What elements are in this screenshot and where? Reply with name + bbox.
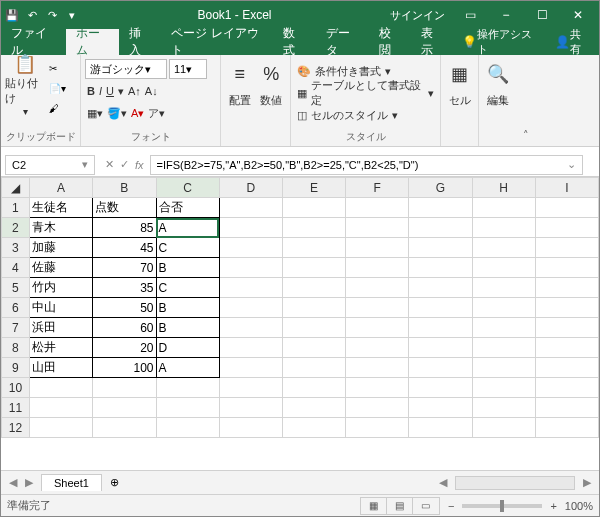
italic-button[interactable]: I (99, 85, 102, 97)
cell[interactable] (535, 238, 598, 258)
cell[interactable] (535, 398, 598, 418)
tab-formula[interactable]: 数式 (273, 29, 315, 55)
font-name-select[interactable]: 游ゴシック ▾ (85, 59, 167, 79)
cell[interactable] (472, 358, 535, 378)
select-all[interactable]: ◢ (2, 178, 30, 198)
cell[interactable] (346, 198, 409, 218)
tab-insert[interactable]: 挿入 (119, 29, 161, 55)
cell[interactable]: 中山 (29, 298, 92, 318)
cell[interactable] (409, 218, 472, 238)
cell[interactable] (346, 418, 409, 438)
spreadsheet-grid[interactable]: ◢ A B C D E F G H I 1生徒名点数合否 2青木85A 3加藤4… (1, 177, 599, 470)
row-header[interactable]: 1 (2, 198, 30, 218)
cell[interactable] (409, 318, 472, 338)
expand-formula-icon[interactable]: ⌄ (567, 158, 576, 171)
cell[interactable]: 100 (93, 358, 156, 378)
ribbon-options-icon[interactable]: ▭ (453, 4, 487, 26)
cell[interactable] (535, 318, 598, 338)
cell[interactable] (472, 338, 535, 358)
enter-formula-icon[interactable]: ✓ (120, 158, 129, 171)
cell[interactable]: 山田 (29, 358, 92, 378)
customize-qa-icon[interactable]: ▾ (65, 8, 79, 22)
font-decrease-button[interactable]: A↓ (145, 85, 158, 97)
cell[interactable] (282, 398, 345, 418)
underline-button[interactable]: U (106, 85, 114, 97)
close-icon[interactable]: ✕ (561, 4, 595, 26)
cell[interactable]: 加藤 (29, 238, 92, 258)
cell-selected[interactable]: A (156, 218, 219, 238)
cell[interactable]: C (156, 278, 219, 298)
row-header[interactable]: 12 (2, 418, 30, 438)
cell[interactable] (472, 398, 535, 418)
cell[interactable] (535, 418, 598, 438)
cell[interactable] (219, 198, 282, 218)
view-normal-icon[interactable]: ▦ (361, 498, 387, 514)
cell[interactable] (346, 398, 409, 418)
zoom-level[interactable]: 100% (565, 500, 593, 512)
fill-color-button[interactable]: 🪣▾ (107, 107, 127, 120)
number-button[interactable]: %数値 (257, 57, 287, 117)
cell[interactable] (346, 378, 409, 398)
row-header[interactable]: 4 (2, 258, 30, 278)
cell[interactable] (282, 378, 345, 398)
hscrollbar[interactable] (455, 476, 575, 490)
cell[interactable] (93, 418, 156, 438)
hscroll-left-icon[interactable]: ◀ (439, 476, 447, 489)
cell[interactable] (346, 238, 409, 258)
cell[interactable]: 青木 (29, 218, 92, 238)
row-header[interactable]: 7 (2, 318, 30, 338)
cell[interactable]: 45 (93, 238, 156, 258)
cell[interactable] (156, 418, 219, 438)
view-pagelayout-icon[interactable]: ▤ (387, 498, 413, 514)
cell[interactable] (535, 298, 598, 318)
cell[interactable] (219, 378, 282, 398)
col-header[interactable]: G (409, 178, 472, 198)
sheet-tab[interactable]: Sheet1 (41, 474, 102, 491)
tab-data[interactable]: データ (316, 29, 369, 55)
font-color-button[interactable]: A▾ (131, 107, 144, 120)
fx-icon[interactable]: fx (135, 159, 144, 171)
col-header[interactable]: A (29, 178, 92, 198)
cell[interactable] (472, 198, 535, 218)
row-header[interactable]: 11 (2, 398, 30, 418)
cell[interactable] (282, 298, 345, 318)
cell[interactable] (346, 218, 409, 238)
cell[interactable] (219, 358, 282, 378)
cell[interactable]: 70 (93, 258, 156, 278)
cell[interactable] (535, 258, 598, 278)
cell[interactable] (409, 298, 472, 318)
cell[interactable] (282, 198, 345, 218)
cell[interactable] (282, 278, 345, 298)
row-header[interactable]: 6 (2, 298, 30, 318)
signin-label[interactable]: サインイン (390, 8, 445, 23)
col-header[interactable]: H (472, 178, 535, 198)
cell[interactable] (472, 378, 535, 398)
cell[interactable]: 松井 (29, 338, 92, 358)
row-header[interactable]: 3 (2, 238, 30, 258)
collapse-ribbon-icon[interactable]: ˄ (517, 55, 535, 146)
cell[interactable] (219, 418, 282, 438)
cell[interactable] (535, 278, 598, 298)
phonetic-button[interactable]: ア▾ (148, 106, 165, 121)
cell[interactable] (219, 318, 282, 338)
hscroll-right-icon[interactable]: ▶ (583, 476, 591, 489)
cell[interactable]: A (156, 358, 219, 378)
cell[interactable] (29, 418, 92, 438)
row-header[interactable]: 5 (2, 278, 30, 298)
cell[interactable]: B (156, 298, 219, 318)
cell[interactable] (282, 238, 345, 258)
cell[interactable] (346, 358, 409, 378)
cell[interactable]: B (156, 318, 219, 338)
cell[interactable] (219, 398, 282, 418)
cell[interactable]: 浜田 (29, 318, 92, 338)
share-button[interactable]: 👤 共有 (545, 29, 599, 55)
edit-button[interactable]: 🔍編集 (483, 57, 513, 117)
cell[interactable] (219, 258, 282, 278)
col-header[interactable]: E (282, 178, 345, 198)
cell[interactable] (409, 198, 472, 218)
cell[interactable]: 50 (93, 298, 156, 318)
cell[interactable] (156, 398, 219, 418)
cell[interactable] (219, 298, 282, 318)
cell-styles-button[interactable]: ◫ セルのスタイル ▾ (295, 105, 436, 125)
cell[interactable] (472, 418, 535, 438)
